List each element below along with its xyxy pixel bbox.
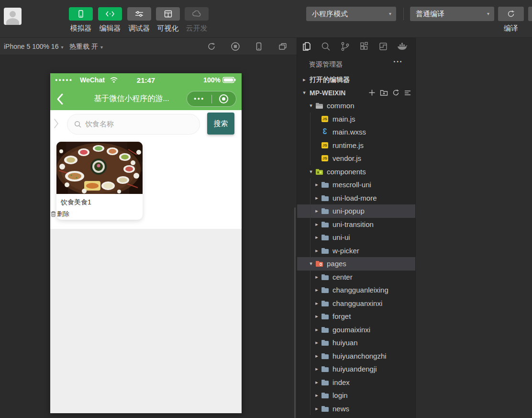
new-file-icon[interactable]	[368, 89, 376, 96]
tree-item[interactable]: runtime.js	[297, 139, 415, 152]
simulator-button-label: 模拟器	[66, 24, 96, 33]
search-tab[interactable]	[320, 41, 332, 52]
git-branch-icon	[340, 41, 350, 52]
tree-item[interactable]: center	[297, 271, 415, 284]
debugger-button[interactable]	[127, 7, 151, 21]
delete-button[interactable]: 删除	[50, 210, 69, 218]
refresh-icon[interactable]	[392, 89, 399, 96]
open-editors-section[interactable]: 打开的编辑器	[297, 73, 415, 86]
tree-item[interactable]: main.wxss	[297, 125, 415, 139]
tree-item[interactable]: pages	[297, 257, 415, 271]
device-view-button[interactable]	[254, 42, 264, 51]
explorer-tab[interactable]	[301, 41, 312, 52]
new-folder-icon[interactable]	[380, 89, 388, 96]
close-minimize-button[interactable]	[212, 94, 236, 103]
user-avatar[interactable]	[4, 8, 22, 25]
tree-item-label: mescroll-uni	[332, 181, 371, 189]
docker-tab[interactable]	[397, 41, 408, 52]
drawer-chevron-icon[interactable]	[54, 118, 59, 129]
tree-item[interactable]: mescroll-uni	[297, 178, 415, 192]
tree-item-label: news	[332, 405, 349, 413]
simulator-scrollbar[interactable]	[294, 207, 296, 418]
extensions-icon	[359, 41, 369, 52]
code-icon	[105, 11, 115, 17]
tree-item[interactable]: huiyuandengji	[297, 362, 415, 376]
tree-item[interactable]: index	[297, 376, 415, 389]
mode-select[interactable]: 小程序模式 ▾	[306, 7, 396, 21]
windows-icon	[278, 42, 288, 51]
cloud-dev-button[interactable]	[185, 7, 209, 21]
food-card-title: 饮食美食1	[61, 198, 91, 207]
tree-item[interactable]: common	[297, 99, 415, 113]
tree-item[interactable]: changguanxinxi	[297, 297, 415, 310]
phone-status-bar: ●●●●● WeChat 21:47 100%	[50, 73, 242, 88]
compile-button-label: 编译	[498, 24, 524, 33]
file-type-icon	[321, 181, 330, 188]
tree-item-label: login	[332, 391, 348, 399]
source-control-tab[interactable]	[339, 41, 351, 52]
tree-item[interactable]: vendor.js	[297, 152, 415, 165]
tree-chevron-icon	[313, 274, 320, 280]
compile-mode-select[interactable]: 普通编译 ▾	[410, 7, 494, 21]
file-type-icon	[315, 260, 324, 267]
tree-item[interactable]: uni-ui	[297, 231, 415, 244]
caret-down-icon: ▾	[487, 7, 489, 21]
project-section[interactable]: MP-WEIXIN	[297, 86, 415, 99]
tree-item[interactable]: uni-transition	[297, 218, 415, 231]
search-input[interactable]: 饮食名称	[67, 114, 200, 135]
back-icon[interactable]	[56, 93, 65, 105]
tree-chevron-icon	[313, 327, 320, 333]
tree-chevron-icon	[313, 221, 320, 227]
tree-chevron-icon	[313, 248, 320, 254]
tree-item[interactable]: w-picker	[297, 244, 415, 258]
more-actions-icon[interactable]: ···	[393, 57, 403, 67]
tree-item[interactable]: huiyuan	[297, 336, 415, 350]
tree-item[interactable]: goumaixinxi	[297, 323, 415, 337]
visualization-button[interactable]	[156, 7, 180, 21]
editor-button[interactable]	[98, 7, 122, 21]
tree-item[interactable]: uni-popup	[297, 204, 415, 218]
simulator-area: ●●●●● WeChat 21:47 100% 基于微信小程序的游... ●●●…	[0, 55, 297, 418]
multi-window-button[interactable]	[278, 42, 288, 51]
search-button-label: 搜索	[214, 119, 228, 128]
tree-item[interactable]: login	[297, 389, 415, 402]
tree-item[interactable]: news	[297, 402, 415, 416]
record-button[interactable]	[231, 42, 240, 51]
files-icon	[301, 41, 312, 52]
tree-item[interactable]: huiyuanchongzhi	[297, 350, 415, 363]
project-actions	[368, 86, 411, 99]
open-editors-label: 打开的编辑器	[310, 76, 350, 84]
simulator-button[interactable]	[69, 7, 93, 21]
device-selector[interactable]: iPhone 5 100% 16▾	[4, 38, 63, 55]
file-type-icon	[321, 142, 330, 149]
storage-tab[interactable]	[377, 41, 389, 52]
compile-mode-value: 普通编译	[416, 10, 444, 18]
tree-item[interactable]: changguanleixing	[297, 283, 415, 297]
mode-select-value: 小程序模式	[312, 10, 348, 18]
tree-item[interactable]: components	[297, 165, 415, 179]
tree-item[interactable]: uni-load-more	[297, 192, 415, 205]
tree-chevron-icon	[313, 300, 320, 306]
search-placeholder: 饮食名称	[85, 120, 114, 129]
phone-outline-icon	[254, 42, 264, 51]
capsule-menu: ●●●	[187, 91, 236, 107]
search-icon	[74, 121, 82, 128]
extensions-tab[interactable]	[358, 41, 370, 52]
file-type-icon	[321, 365, 330, 373]
layout-icon	[164, 10, 172, 18]
tree-item[interactable]: main.js	[297, 113, 415, 126]
hot-reload-toggle[interactable]: 热重载 开▾	[69, 38, 103, 55]
tree-item[interactable]: forget	[297, 310, 415, 323]
collapse-all-icon[interactable]	[404, 90, 411, 96]
search-button[interactable]: 搜索	[207, 113, 234, 135]
file-type-icon	[321, 352, 330, 360]
file-type-icon	[321, 405, 330, 412]
file-type-icon	[321, 326, 330, 333]
more-menu-button[interactable]: ●●●	[187, 91, 211, 106]
activity-bar	[297, 38, 415, 55]
food-card[interactable]: 饮食美食1 删除	[56, 142, 143, 220]
compile-button[interactable]	[498, 7, 524, 21]
preview-button[interactable]	[528, 7, 532, 21]
rotate-button[interactable]	[207, 42, 216, 51]
tree-chevron-icon	[308, 169, 314, 175]
